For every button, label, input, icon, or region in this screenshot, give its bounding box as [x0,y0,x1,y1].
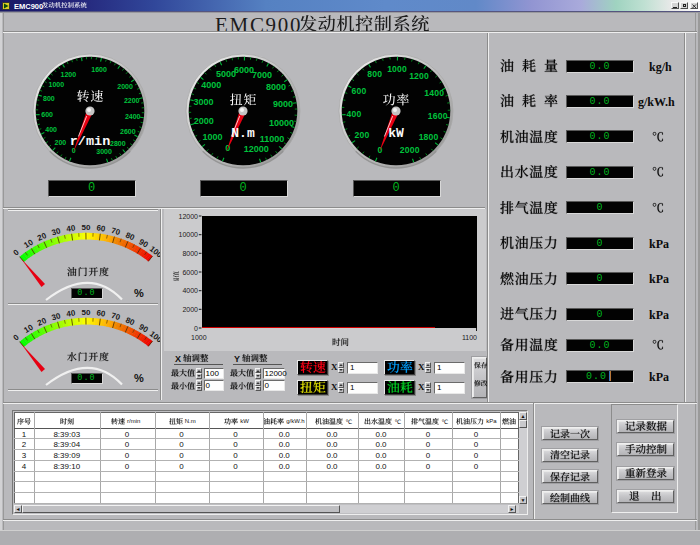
svg-text:200: 200 [55,139,67,146]
svg-text:400: 400 [347,109,362,119]
svg-text:1600: 1600 [91,66,107,73]
svg-text:N.m: N.m [231,126,255,141]
svg-text:2000: 2000 [117,83,133,90]
svg-text:60: 60 [96,308,107,318]
svg-text:2200: 2200 [124,97,140,104]
svg-text:6000: 6000 [182,269,198,276]
svg-text:1000: 1000 [202,132,222,142]
svg-text:400: 400 [45,126,57,133]
svg-text:3000: 3000 [193,97,213,107]
svg-text:7000: 7000 [252,70,272,80]
svg-text:2000: 2000 [194,116,214,126]
svg-text:1200: 1200 [61,71,77,78]
svg-text:800: 800 [43,95,55,102]
svg-text:3000: 3000 [96,148,112,155]
svg-text:10000: 10000 [269,118,294,128]
svg-text:0: 0 [12,247,22,257]
svg-text:8000: 8000 [266,82,286,92]
svg-text:9000: 9000 [273,99,293,109]
svg-text:1000: 1000 [49,81,65,88]
svg-text:2400: 2400 [125,113,141,120]
svg-text:70: 70 [110,311,121,322]
svg-text:12000: 12000 [244,144,269,154]
svg-text:4000: 4000 [201,80,221,90]
svg-text:0: 0 [194,325,198,332]
svg-text:200: 200 [355,130,370,140]
svg-text:800: 800 [367,69,382,79]
svg-text:2000: 2000 [182,306,198,313]
svg-text:30: 30 [51,311,63,322]
svg-text:2600: 2600 [120,128,136,135]
svg-text:12000: 12000 [179,213,199,220]
svg-text:1800: 1800 [419,132,439,142]
svg-text:2000: 2000 [400,145,420,155]
svg-text:kW: kW [388,126,404,141]
svg-text:30: 30 [51,226,63,237]
svg-text:60: 60 [96,223,107,233]
svg-text:70: 70 [110,226,121,237]
svg-text:4000: 4000 [182,287,198,294]
svg-text:1100: 1100 [462,334,477,341]
svg-text:50: 50 [81,308,90,317]
svg-text:0: 0 [12,332,22,342]
svg-text:1000: 1000 [191,334,207,341]
svg-text:600: 600 [351,86,366,96]
svg-text:r/min: r/min [70,134,111,149]
svg-text:1600: 1600 [428,111,448,121]
svg-text:600: 600 [41,111,53,118]
svg-text:40: 40 [66,223,77,233]
svg-text:1200: 1200 [409,71,429,81]
svg-text:2800: 2800 [110,140,126,147]
svg-text:1000: 1000 [387,64,407,74]
svg-text:11000: 11000 [260,134,285,144]
svg-text:5000: 5000 [216,69,236,79]
svg-text:8000: 8000 [182,250,198,257]
svg-text:10000: 10000 [179,231,199,238]
svg-text:40: 40 [66,308,77,318]
svg-text:50: 50 [81,223,90,232]
svg-text:1400: 1400 [424,88,444,98]
